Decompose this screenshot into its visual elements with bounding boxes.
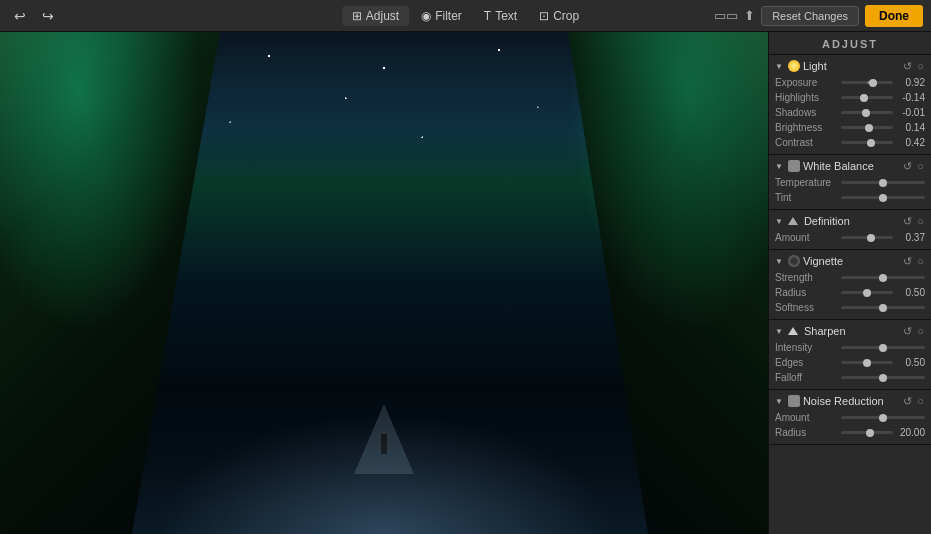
canvas-area[interactable] [0,32,768,534]
wb-title: White Balance [803,160,899,172]
shadows-track[interactable] [841,111,893,114]
temperature-row: Temperature [769,175,931,190]
tint-track[interactable] [841,196,925,199]
vignette-strength-track[interactable] [841,276,925,279]
noise-radius-thumb[interactable] [866,429,874,437]
canyon-right-glow [568,32,768,332]
chevron-sharpen-icon: ▼ [775,327,783,336]
contrast-thumb[interactable] [867,139,875,147]
vignette-toggle-btn[interactable]: ○ [916,256,925,267]
chevron-vignette-icon: ▼ [775,257,783,266]
vignette-strength-thumb[interactable] [879,274,887,282]
section-wb-header[interactable]: ▼ White Balance ↺ ○ [769,155,931,175]
crop-tab[interactable]: ⊡ Crop [529,6,589,26]
sharpen-actions: ↺ ○ [902,326,925,337]
temperature-track[interactable] [841,181,925,184]
shadows-thumb[interactable] [862,109,870,117]
sharpen-edges-track[interactable] [841,361,893,364]
text-tab[interactable]: T Text [474,6,527,26]
definition-toggle-btn[interactable]: ○ [916,216,925,227]
light-toggle-btn[interactable]: ○ [916,61,925,72]
filter-tab[interactable]: ◉ Filter [411,6,472,26]
vignette-strength-row: Strength [769,270,931,285]
sharpen-toggle-btn[interactable]: ○ [916,326,925,337]
share-icon: ⬆ [744,8,755,23]
vignette-radius-track[interactable] [841,291,893,294]
noise-amount-track[interactable] [841,416,925,419]
chevron-wb-icon: ▼ [775,162,783,171]
sharpen-falloff-track[interactable] [841,376,925,379]
brightness-value: 0.14 [897,122,925,133]
section-noise-header[interactable]: ▼ Noise Reduction ↺ ○ [769,390,931,410]
contrast-track[interactable] [841,141,893,144]
light-reset-btn[interactable]: ↺ [902,61,913,72]
highlights-row: Highlights -0.14 [769,90,931,105]
light-actions: ↺ ○ [902,61,925,72]
definition-amount-thumb[interactable] [867,234,875,242]
redo-button[interactable]: ↪ [36,5,60,27]
tint-thumb[interactable] [879,194,887,202]
sharpen-edges-thumb[interactable] [863,359,871,367]
noise-actions: ↺ ○ [902,396,925,407]
vignette-softness-row: Softness [769,300,931,315]
toolbar-left: ↩ ↪ [8,5,60,27]
section-sharpen-header[interactable]: ▼ Sharpen ↺ ○ [769,320,931,340]
adjust-tab[interactable]: ⊞ Adjust [342,6,409,26]
reset-changes-button[interactable]: Reset Changes [761,6,859,26]
sharpen-intensity-thumb[interactable] [879,344,887,352]
wb-actions: ↺ ○ [902,161,925,172]
adjust-icon: ⊞ [352,9,362,23]
brightness-thumb[interactable] [865,124,873,132]
sharpen-falloff-thumb[interactable] [879,374,887,382]
definition-icon [788,217,798,225]
shadows-row: Shadows -0.01 [769,105,931,120]
exposure-thumb[interactable] [869,79,877,87]
section-light-header[interactable]: ▼ Light ↺ ○ [769,55,931,75]
exposure-label: Exposure [775,77,837,88]
done-button[interactable]: Done [865,5,923,27]
brightness-label: Brightness [775,122,837,133]
filter-label: Filter [435,9,462,23]
chevron-noise-icon: ▼ [775,397,783,406]
highlights-track[interactable] [841,96,893,99]
sharpen-intensity-label: Intensity [775,342,837,353]
filter-icon: ◉ [421,9,431,23]
exposure-value: 0.92 [897,77,925,88]
noise-icon [788,395,800,407]
vignette-reset-btn[interactable]: ↺ [902,256,913,267]
highlights-thumb[interactable] [860,94,868,102]
wb-toggle-btn[interactable]: ○ [916,161,925,172]
undo-button[interactable]: ↩ [8,5,32,27]
temperature-thumb[interactable] [879,179,887,187]
sharpen-falloff-row: Falloff [769,370,931,385]
sharpen-intensity-track[interactable] [841,346,925,349]
section-vignette-header[interactable]: ▼ Vignette ↺ ○ [769,250,931,270]
contrast-row: Contrast 0.42 [769,135,931,150]
noise-radius-track[interactable] [841,431,893,434]
toolbar-right: ▭▭ ⬆ Reset Changes Done [714,5,923,27]
noise-toggle-btn[interactable]: ○ [916,396,925,407]
sharpen-title: Sharpen [804,325,899,337]
view-icon: ▭▭ [714,8,738,23]
wb-icon [788,160,800,172]
vignette-radius-thumb[interactable] [863,289,871,297]
definition-amount-track[interactable] [841,236,893,239]
noise-radius-label: Radius [775,427,837,438]
definition-amount-value: 0.37 [897,232,925,243]
sharpen-icon [788,327,798,335]
brightness-track[interactable] [841,126,893,129]
vignette-softness-track[interactable] [841,306,925,309]
sharpen-reset-btn[interactable]: ↺ [902,326,913,337]
definition-amount-label: Amount [775,232,837,243]
section-definition-header[interactable]: ▼ Definition ↺ ○ [769,210,931,230]
exposure-track[interactable] [841,81,893,84]
sharpen-edges-row: Edges 0.50 [769,355,931,370]
definition-reset-btn[interactable]: ↺ [902,216,913,227]
vignette-radius-row: Radius 0.50 [769,285,931,300]
noise-reset-btn[interactable]: ↺ [902,396,913,407]
light-icon [788,60,800,72]
vignette-softness-thumb[interactable] [879,304,887,312]
wb-reset-btn[interactable]: ↺ [902,161,913,172]
noise-amount-thumb[interactable] [879,414,887,422]
noise-amount-label: Amount [775,412,837,423]
